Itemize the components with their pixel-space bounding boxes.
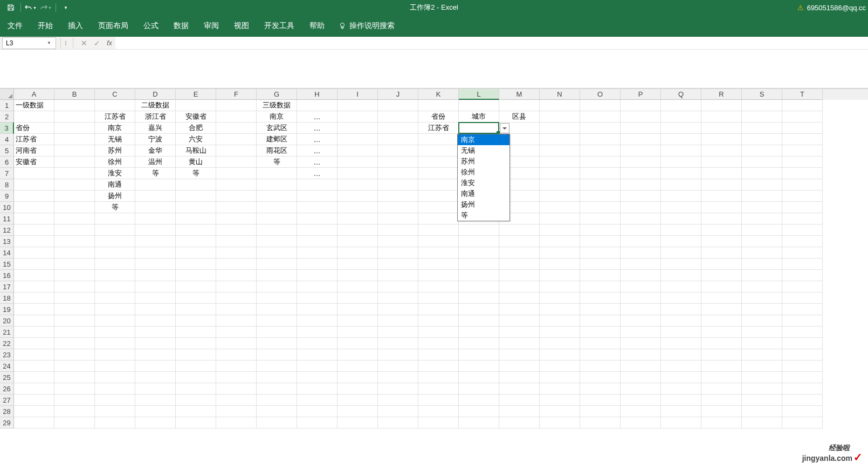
cell[interactable] [135,213,176,225]
cell[interactable] [782,134,823,145]
cell[interactable] [499,293,540,304]
cell[interactable] [782,191,823,202]
row-header[interactable]: 27 [0,395,14,406]
column-header[interactable]: A [14,89,54,100]
cell[interactable]: … [297,145,337,157]
dropdown-option[interactable]: 徐州 [458,167,509,178]
row-header[interactable]: 23 [0,349,14,361]
cell[interactable]: 淮安 [95,168,135,179]
cell[interactable] [661,259,701,270]
cell[interactable] [418,145,459,157]
cell[interactable] [176,202,216,213]
cell[interactable] [135,395,176,406]
cell[interactable] [742,406,782,417]
cell[interactable] [216,372,257,383]
cell[interactable] [135,259,176,270]
cell[interactable] [499,349,540,361]
cell[interactable] [580,225,621,236]
cell[interactable] [580,123,621,134]
cell[interactable] [337,100,378,111]
cell[interactable] [782,111,823,123]
cell[interactable] [14,213,54,225]
cell[interactable] [337,225,378,236]
cell[interactable] [14,236,54,247]
dropdown-option[interactable]: 淮安 [458,178,509,188]
cell[interactable] [54,304,95,315]
cell[interactable] [418,134,459,145]
cell[interactable] [54,202,95,213]
cell[interactable] [216,191,257,202]
cell[interactable] [661,236,701,247]
fx-icon[interactable]: fx [104,39,115,47]
cell[interactable] [14,202,54,213]
cell[interactable] [742,247,782,259]
cell[interactable] [216,259,257,270]
cell[interactable] [742,225,782,236]
cell[interactable] [297,270,337,281]
cell[interactable] [621,111,661,123]
cell[interactable] [782,247,823,259]
cell[interactable] [135,293,176,304]
cell[interactable] [337,406,378,417]
cell[interactable] [54,145,95,157]
row-header[interactable]: 11 [0,213,14,225]
cell[interactable] [337,259,378,270]
cell[interactable] [378,406,418,417]
cell[interactable] [176,349,216,361]
cell[interactable] [216,168,257,179]
cell[interactable]: 徐州 [95,157,135,168]
cell[interactable] [580,281,621,293]
cell[interactable] [418,406,459,417]
cell[interactable] [540,259,580,270]
cell[interactable] [216,213,257,225]
cell[interactable] [661,157,701,168]
cell[interactable] [742,383,782,395]
cell[interactable]: 宁波 [135,134,176,145]
cell[interactable] [378,123,418,134]
cell[interactable] [297,338,337,349]
row-header[interactable]: 13 [0,236,14,247]
cell[interactable] [701,315,742,327]
cell[interactable]: 南京 [257,111,297,123]
cell[interactable] [580,100,621,111]
cell[interactable] [621,395,661,406]
cell[interactable] [661,145,701,157]
cell[interactable] [135,417,176,429]
cell[interactable]: 建邺区 [257,134,297,145]
cell[interactable] [216,247,257,259]
cell[interactable] [216,281,257,293]
cell[interactable] [95,361,135,372]
cell[interactable] [621,406,661,417]
cell[interactable]: 苏州 [95,145,135,157]
cell[interactable] [54,100,95,111]
column-header[interactable]: P [621,89,661,100]
cell[interactable] [701,179,742,191]
cell[interactable] [378,213,418,225]
cell[interactable] [540,157,580,168]
cell[interactable] [54,361,95,372]
column-header[interactable]: J [378,89,418,100]
cell[interactable] [459,327,499,338]
cell[interactable] [701,213,742,225]
column-header[interactable]: K [418,89,459,100]
cell[interactable] [621,327,661,338]
cell[interactable] [701,100,742,111]
cell[interactable] [742,145,782,157]
cell[interactable] [257,225,297,236]
cell[interactable] [661,202,701,213]
column-header[interactable]: I [337,89,378,100]
row-header[interactable]: 28 [0,406,14,417]
cell[interactable] [782,213,823,225]
row-header[interactable]: 8 [0,179,14,191]
cell[interactable] [742,236,782,247]
cell[interactable] [135,406,176,417]
cell[interactable] [257,270,297,281]
column-header[interactable]: M [499,89,540,100]
cell[interactable] [540,134,580,145]
cell[interactable] [297,179,337,191]
cell[interactable] [54,372,95,383]
row-header[interactable]: 10 [0,202,14,213]
cell[interactable] [459,247,499,259]
cell[interactable] [54,338,95,349]
cell[interactable] [14,349,54,361]
